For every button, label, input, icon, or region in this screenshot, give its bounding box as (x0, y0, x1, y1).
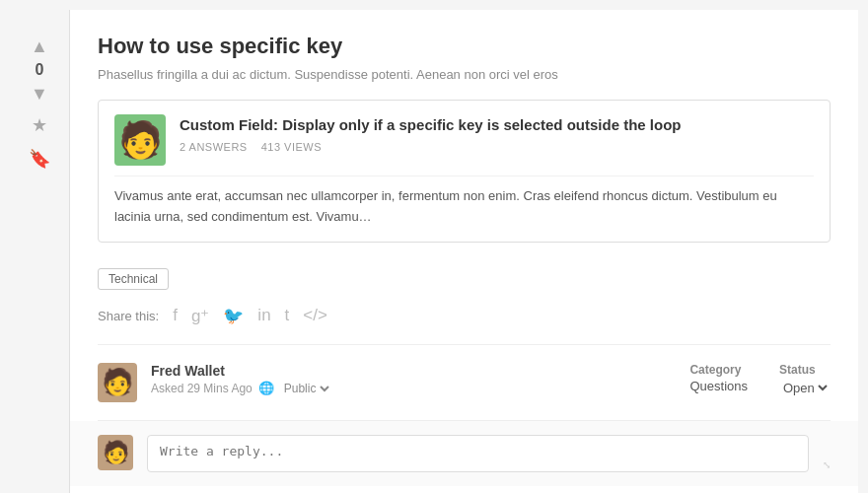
related-card-avatar: 🧑 (114, 114, 166, 166)
globe-icon: 🌐 (258, 381, 274, 395)
reply-input[interactable] (147, 435, 809, 472)
vote-count: 0 (36, 59, 44, 81)
reply-row: 🧑 ⤡ (70, 421, 858, 486)
status-label: Status (779, 363, 831, 377)
related-card: 🧑 Custom Field: Display only if a specif… (98, 100, 831, 243)
share-label: Share this: (98, 309, 159, 323)
share-googleplus-icon[interactable]: g⁺ (191, 306, 209, 326)
vote-up-button[interactable]: ▲ (31, 37, 48, 55)
question-subtitle: Phasellus fringilla a dui ac dictum. Sus… (98, 67, 831, 82)
main-content: How to use specific key Phasellus fringi… (69, 10, 858, 493)
visibility-select[interactable]: Public (280, 381, 332, 396)
related-card-header: 🧑 Custom Field: Display only if a specif… (114, 114, 814, 166)
category-label: Category (689, 363, 748, 377)
resize-handle-icon: ⤡ (823, 459, 831, 470)
reply-avatar: 🧑 (98, 435, 133, 470)
author-meta: Asked 29 Mins Ago 🌐 Public (151, 381, 658, 396)
author-category: Category Questions (689, 363, 748, 393)
tag-technical[interactable]: Technical (98, 268, 169, 290)
vote-sidebar: ▲ 0 ▼ ★ 🔖 (10, 10, 69, 493)
related-card-title[interactable]: Custom Field: Display only if a specific… (180, 114, 814, 135)
tags-row: Technical (98, 262, 831, 290)
answers-count: 2 ANSWERS (180, 141, 248, 153)
author-details: Fred Wallet Asked 29 Mins Ago 🌐 Public (151, 363, 658, 396)
author-name: Fred Wallet (151, 363, 658, 379)
page-wrapper: ▲ 0 ▼ ★ 🔖 How to use specific key Phasel… (10, 10, 858, 493)
views-count: 413 VIEWS (261, 141, 322, 153)
star-icon[interactable]: ★ (32, 114, 47, 136)
vote-down-button[interactable]: ▼ (31, 85, 48, 103)
bookmark-icon[interactable]: 🔖 (29, 148, 50, 170)
author-avatar: 🧑 (98, 363, 137, 402)
share-tumblr-icon[interactable]: t (285, 306, 290, 325)
category-value: Questions (689, 379, 748, 393)
asked-time: Asked 29 Mins Ago (151, 382, 253, 395)
share-facebook-icon[interactable]: f (173, 306, 178, 325)
share-embed-icon[interactable]: </> (303, 306, 327, 325)
share-linkedin-icon[interactable]: in (257, 306, 270, 325)
author-status: Status Open (779, 363, 831, 396)
share-twitter-icon[interactable]: 🐦 (223, 306, 244, 326)
related-card-body: Vivamus ante erat, accumsan nec ullamcor… (114, 176, 814, 228)
related-card-info: Custom Field: Display only if a specific… (180, 114, 814, 153)
share-row: Share this: f g⁺ 🐦 in t </> (98, 306, 831, 345)
question-title: How to use specific key (98, 34, 831, 59)
status-select[interactable]: Open (779, 380, 831, 396)
author-row: 🧑 Fred Wallet Asked 29 Mins Ago 🌐 Public… (98, 363, 831, 421)
related-card-meta: 2 ANSWERS 413 VIEWS (180, 141, 814, 153)
